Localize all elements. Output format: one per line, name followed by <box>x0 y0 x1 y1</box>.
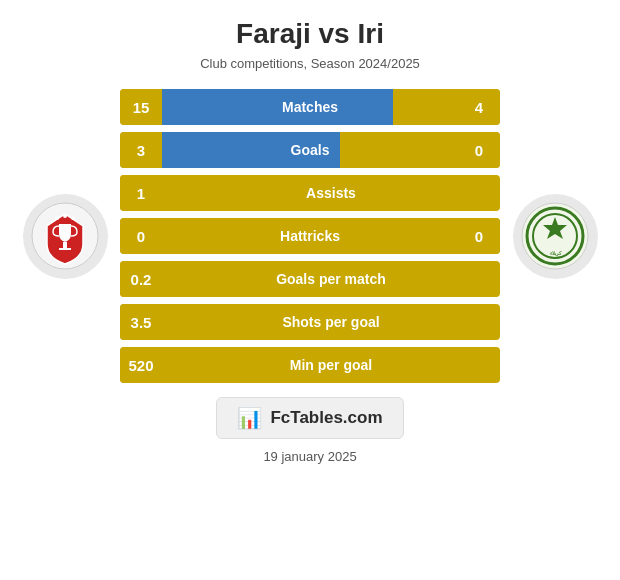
logo-icon: 📊 <box>237 406 262 430</box>
svg-point-5 <box>71 216 75 220</box>
stat-left-val-assists: 1 <box>120 175 162 211</box>
stat-right-val-hattricks: 0 <box>458 218 500 254</box>
stat-label-matches: Matches <box>282 99 338 115</box>
footer-date: 19 january 2025 <box>263 449 356 464</box>
svg-text:كربلاء: كربلاء <box>550 250 562 257</box>
stat-left-val-matches: 15 <box>120 89 162 125</box>
stat-bar-section-hattricks: Hattricks <box>162 218 458 254</box>
stat-left-val-shots-per-goal: 3.5 <box>120 304 162 340</box>
stat-row-assists: 1Assists <box>120 175 500 211</box>
svg-rect-2 <box>59 248 71 250</box>
page-title: Faraji vs Iri <box>236 18 384 50</box>
logo-text: FcTables.com <box>270 408 382 428</box>
stat-bar-section-goals: Goals <box>162 132 458 168</box>
stat-label-min-per-goal: Min per goal <box>290 357 372 373</box>
svg-rect-1 <box>63 242 67 248</box>
stat-row-min-per-goal: 520Min per goal <box>120 347 500 383</box>
stat-right-val-goals: 0 <box>458 132 500 168</box>
stat-row-goals-per-match: 0.2Goals per match <box>120 261 500 297</box>
stat-label-goals-per-match: Goals per match <box>276 271 386 287</box>
stat-left-val-hattricks: 0 <box>120 218 162 254</box>
svg-point-3 <box>55 216 59 220</box>
team-right: كربلاء <box>500 194 610 279</box>
team-left-emblem <box>23 194 108 279</box>
stat-bar-section-goals-per-match: Goals per match <box>162 261 500 297</box>
stat-left-val-goals: 3 <box>120 132 162 168</box>
stat-left-val-min-per-goal: 520 <box>120 347 162 383</box>
stat-left-val-goals-per-match: 0.2 <box>120 261 162 297</box>
stat-bar-section-assists: Assists <box>162 175 500 211</box>
stat-bar-section-min-per-goal: Min per goal <box>162 347 500 383</box>
svg-point-6 <box>522 203 588 269</box>
stat-bar-fill-matches <box>162 89 393 125</box>
stat-bar-section-shots-per-goal: Shots per goal <box>162 304 500 340</box>
stat-label-hattricks: Hattricks <box>280 228 340 244</box>
stat-row-matches: 15Matches4 <box>120 89 500 125</box>
stats-container: 15Matches43Goals01Assists0Hattricks00.2G… <box>120 89 500 383</box>
main-content: 15Matches43Goals01Assists0Hattricks00.2G… <box>10 89 610 383</box>
logo-section: 📊 FcTables.com <box>216 397 403 439</box>
page-subtitle: Club competitions, Season 2024/2025 <box>200 56 420 71</box>
stat-bar-section-matches: Matches <box>162 89 458 125</box>
page: Faraji vs Iri Club competitions, Season … <box>0 0 620 580</box>
stat-row-hattricks: 0Hattricks0 <box>120 218 500 254</box>
stat-label-assists: Assists <box>306 185 356 201</box>
stat-label-goals: Goals <box>291 142 330 158</box>
stat-label-shots-per-goal: Shots per goal <box>282 314 379 330</box>
svg-point-4 <box>63 214 67 218</box>
stat-row-shots-per-goal: 3.5Shots per goal <box>120 304 500 340</box>
team-right-emblem: كربلاء <box>513 194 598 279</box>
team-left <box>10 194 120 279</box>
stat-row-goals: 3Goals0 <box>120 132 500 168</box>
stat-right-val-matches: 4 <box>458 89 500 125</box>
